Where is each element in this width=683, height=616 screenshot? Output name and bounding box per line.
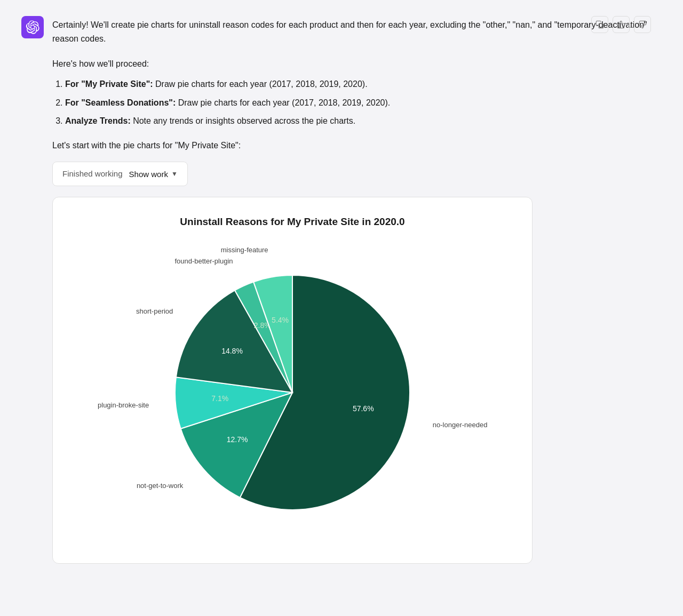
step-1: For "My Private Site": Draw pie charts f…	[65, 77, 651, 91]
chevron-down-icon: ▼	[171, 170, 178, 178]
svg-text:short-period: short-period	[136, 307, 173, 315]
copy-icon	[595, 20, 604, 29]
svg-text:14.8%: 14.8%	[221, 347, 243, 355]
intro-text: Certainly! We'll create pie charts for u…	[52, 18, 651, 46]
finished-working-bar[interactable]: Finished working Show work ▼	[52, 162, 188, 187]
message-row: Certainly! We'll create pie charts for u…	[21, 16, 651, 564]
copy-button[interactable]	[591, 16, 608, 33]
svg-text:12.7%: 12.7%	[227, 435, 248, 443]
thumbs-down-button[interactable]	[634, 16, 651, 33]
step-3-label: Analyze Trends:	[65, 116, 131, 125]
thumbs-up-button[interactable]	[613, 16, 630, 33]
thumbdown-icon	[638, 20, 647, 29]
message-content: Certainly! We'll create pie charts for u…	[52, 16, 651, 564]
step-3-text: Note any trends or insights observed acr…	[133, 116, 355, 125]
step-2: For "Seamless Donations": Draw pie chart…	[65, 96, 651, 110]
steps-list: For "My Private Site": Draw pie charts f…	[52, 77, 651, 128]
svg-text:no-longer-needed: no-longer-needed	[433, 421, 488, 429]
step-1-label: For "My Private Site":	[65, 79, 153, 89]
chatgpt-logo-icon	[26, 20, 39, 34]
svg-rect-12	[599, 23, 603, 28]
step-2-label: For "Seamless Donations":	[65, 98, 176, 107]
thumbup-icon	[617, 20, 625, 29]
svg-text:5.4%: 5.4%	[272, 316, 289, 324]
action-icons	[591, 16, 651, 33]
step-2-text: Draw pie charts for each year (2017, 201…	[178, 98, 391, 107]
step-1-text: Draw pie charts for each year (2017, 201…	[155, 79, 368, 89]
chart-title: Uninstall Reasons for My Private Site in…	[180, 213, 404, 230]
svg-text:not-get-to-work: not-get-to-work	[137, 482, 184, 490]
show-work-label: Show work	[129, 170, 168, 179]
svg-text:57.6%: 57.6%	[353, 404, 374, 413]
chart-container: Uninstall Reasons for My Private Site in…	[52, 197, 533, 563]
svg-text:found-better-plugin: found-better-plugin	[174, 257, 233, 265]
section-label: Here's how we'll proceed:	[52, 57, 651, 71]
step-3: Analyze Trends: Note any trends or insig…	[65, 114, 651, 128]
start-text: Let's start with the pie charts for "My …	[52, 139, 651, 153]
svg-text:missing-feature: missing-feature	[221, 246, 268, 254]
finished-working-text: Finished working	[62, 167, 123, 181]
show-work-button[interactable]: Show work ▼	[129, 170, 178, 179]
pie-chart-area: 57.6%no-longer-needed12.7%not-get-to-wor…	[132, 243, 452, 542]
svg-text:plugin-broke-site: plugin-broke-site	[98, 401, 149, 409]
avatar	[21, 16, 44, 38]
pie-chart-svg: 57.6%no-longer-needed12.7%not-get-to-wor…	[132, 243, 452, 542]
svg-text:7.1%: 7.1%	[211, 394, 228, 403]
